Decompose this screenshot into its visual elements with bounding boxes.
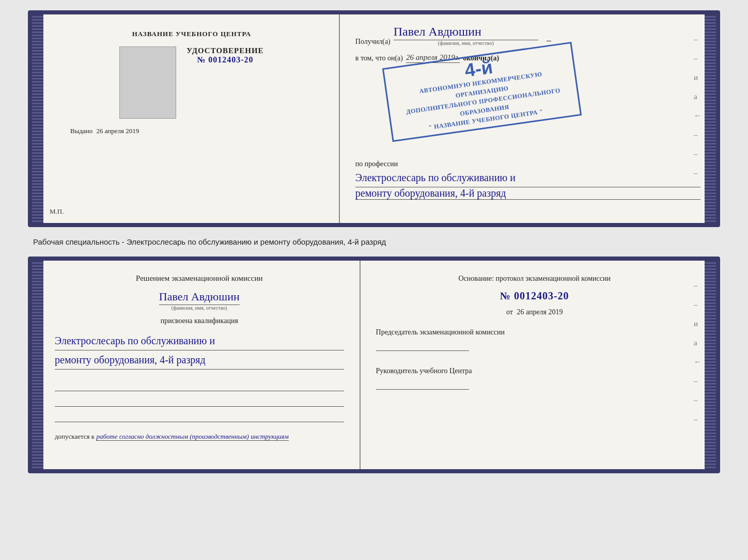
- doc-right: Получил(а) Павел Авдюшин (фамилия, имя, …: [340, 14, 716, 223]
- vydano-label: Выдано: [70, 127, 92, 135]
- profession-line2: ремонту оборудования, 4-й разряд: [355, 187, 700, 200]
- osnovanie-text: Основание: протокол экзаменационной коми…: [376, 273, 693, 284]
- ot-date-value: 26 апреля 2019: [517, 308, 563, 316]
- rukovoditel-label: Руководитель учебного Центра: [376, 365, 693, 376]
- ot-label: от: [506, 308, 513, 316]
- bottom-fio-label: (фамилия, имя, отчество): [172, 305, 227, 311]
- udostoverenie-block: УДОСТОВЕРЕНИЕ № 0012403-20: [186, 46, 264, 65]
- prisvoena-label: присвоена квалификация: [55, 317, 344, 325]
- spine-right: [705, 14, 716, 223]
- stamp-line3: " НАЗВАНИЕ УЧЕБНОГО ЦЕНТРА ": [398, 103, 573, 136]
- rukovoditel-sig-line: [376, 378, 469, 390]
- document-bottom: Решением экзаменационной комиссии Павел …: [28, 257, 720, 473]
- mp-label: М.П.: [50, 207, 64, 216]
- profession-line1: Электрослесарь по обслуживанию и: [355, 168, 700, 187]
- qualification-block: Электрослесарь по обслуживанию и ремонту…: [55, 331, 344, 370]
- poluchil-label: Получил(а): [355, 38, 391, 46]
- doc-bottom-left: Решением экзаменационной комиссии Павел …: [32, 261, 361, 469]
- dopuskaetsya-label: допускается к: [55, 433, 95, 440]
- speciality-text: Рабочая специальность - Электрослесарь п…: [28, 235, 720, 248]
- udostoverenie-title: УДОСТОВЕРЕНИЕ: [186, 46, 264, 55]
- vydano-line: Выдано 26 апреля 2019: [70, 127, 323, 135]
- right-dashes-bottom: – – и а ← – – –: [694, 281, 702, 424]
- document-top: НАЗВАНИЕ УЧЕБНОГО ЦЕНТРА УДОСТОВЕРЕНИЕ №…: [28, 10, 720, 227]
- poluchil-row: Получил(а) Павел Авдюшин (фамилия, имя, …: [355, 25, 700, 46]
- sig-line-2: [55, 395, 344, 407]
- sig-line-3: [55, 411, 344, 422]
- chairman-sig-line: [376, 340, 469, 351]
- qualification-line2: ремонту оборудования, 4-й разряд: [55, 350, 344, 370]
- po-professii-label: по профессии: [355, 160, 700, 168]
- doc-left: НАЗВАНИЕ УЧЕБНОГО ЦЕНТРА УДОСТОВЕРЕНИЕ №…: [32, 14, 340, 223]
- school-name-top: НАЗВАНИЕ УЧЕБНОГО ЦЕНТРА: [132, 30, 252, 38]
- stamp-block: 4-й АВТОНОМНУЮ НЕКОММЕРЧЕСКУЮ ОРГАНИЗАЦИ…: [355, 70, 700, 122]
- signature-lines: [55, 380, 344, 422]
- chairman-label: Председатель экзаменационной комиссии: [376, 327, 693, 338]
- bottom-name-block: Павел Авдюшин (фамилия, имя, отчество): [55, 290, 344, 311]
- dopuskaetsya-block: допускается к работе согласно должностны…: [55, 433, 344, 441]
- qualification-line1: Электрослесарь по обслуживанию и: [55, 331, 344, 350]
- doc-left-inner: НАЗВАНИЕ УЧЕБНОГО ЦЕНТРА УДОСТОВЕРЕНИЕ №…: [48, 30, 323, 135]
- right-dashes-top: – – и а ← – – –: [694, 35, 702, 178]
- vtom-row: в том, что он(а) 26 апреля 2019г. окончи…: [355, 53, 700, 63]
- stamp-line2: ДОПОЛНИТЕЛЬНОГО ПРОФЕССИОНАЛЬНОГО ОБРАЗО…: [396, 84, 572, 127]
- photo-placeholder: [119, 46, 176, 119]
- vydano-date: 26 апреля 2019: [97, 127, 139, 135]
- protocol-num: № 0012403-20: [376, 290, 693, 302]
- rukovoditel-block: Руководитель учебного Центра: [376, 365, 693, 390]
- ot-date: от 26 апреля 2019: [376, 308, 693, 316]
- stamp-text: АВТОНОМНУЮ НЕКОММЕРЧЕСКУЮ ОРГАНИЗАЦИЮ ДО…: [393, 66, 573, 136]
- chairman-block: Председатель экзаменационной комиссии: [376, 327, 693, 351]
- fio-label-top: (фамилия, имя, отчество): [438, 40, 494, 46]
- profession-block: по профессии Электрослесарь по обслужива…: [355, 160, 700, 200]
- sig-line-1: [55, 380, 344, 391]
- udostoverenie-num: № 0012403-20: [186, 55, 264, 65]
- vtom-date: 26 апреля 2019г.: [406, 53, 460, 63]
- doc-bottom-right: Основание: протокол экзаменационной коми…: [361, 261, 716, 469]
- okonchil-label: окончил(а): [463, 54, 499, 62]
- spine-bottom-right: [705, 261, 716, 469]
- recipient-name: Павел Авдюшин: [394, 25, 538, 40]
- dopuskaetsya-value: работе согласно должностным (производств…: [96, 433, 288, 441]
- stamp-line1: АВТОНОМНУЮ НЕКОММЕРЧЕСКУЮ ОРГАНИЗАЦИЮ: [393, 66, 570, 109]
- resheniem-title: Решением экзаменационной комиссии: [55, 273, 344, 284]
- vtom-label: в том, что он(а): [355, 54, 403, 62]
- bottom-person-name: Павел Авдюшин: [159, 290, 240, 305]
